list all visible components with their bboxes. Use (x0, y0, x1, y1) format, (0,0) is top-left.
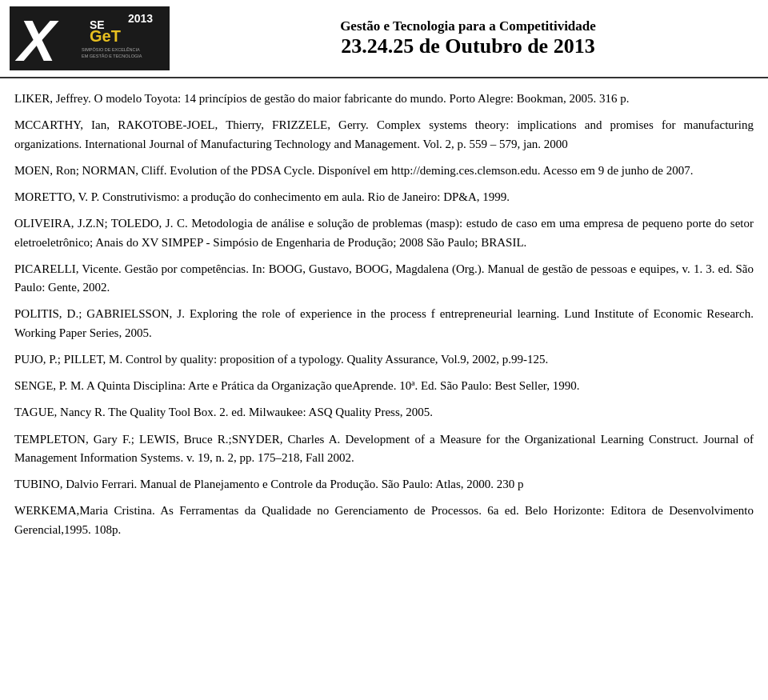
reference-7: POLITIS, D.; GABRIELSSON, J. Exploring t… (14, 305, 754, 342)
ref-text-12: TUBINO, Dalvio Ferrari. Manual de Planej… (14, 475, 754, 494)
references-section: LIKER, Jeffrey. O modelo Toyota: 14 prin… (0, 78, 768, 558)
svg-text:X: X (14, 9, 59, 70)
ref-text-9: SENGE, P. M. A Quinta Disciplina: Arte e… (14, 377, 754, 395)
svg-text:SIMPÓSIO DE EXCELÊNCIA: SIMPÓSIO DE EXCELÊNCIA (82, 46, 140, 52)
reference-8: PUJO, P.; PILLET, M. Control by quality:… (14, 350, 754, 369)
reference-10: TAGUE, Nancy R. The Quality Tool Box. 2.… (14, 403, 754, 422)
ref-text-2: MCCARTHY, Ian, RAKOTOBE-JOEL, Thierry, F… (14, 116, 754, 154)
header-title: Gestão e Tecnologia para a Competitivida… (170, 18, 758, 58)
svg-text:GeT: GeT (90, 27, 121, 45)
page-header: X SE GeT 2013 SIMPÓSIO DE EXCELÊNCIA EM … (0, 0, 768, 78)
ref-text-6: PICARELLI, Vicente. Gestão por competênc… (14, 260, 754, 298)
svg-text:2013: 2013 (128, 12, 153, 25)
ref-text-13: WERKEMA,Maria Cristina. As Ferramentas d… (14, 502, 754, 539)
reference-11: TEMPLETON, Gary F.; LEWIS, Bruce R.;SNYD… (14, 430, 754, 468)
ref-text-10: TAGUE, Nancy R. The Quality Tool Box. 2.… (14, 403, 754, 422)
ref-text-7: POLITIS, D.; GABRIELSSON, J. Exploring t… (14, 305, 754, 342)
ref-text-8: PUJO, P.; PILLET, M. Control by quality:… (14, 350, 754, 369)
reference-5: OLIVEIRA, J.Z.N; TOLEDO, J. C. Metodolog… (14, 214, 754, 252)
reference-1: LIKER, Jeffrey. O modelo Toyota: 14 prin… (14, 90, 754, 108)
svg-text:EM GESTÃO E TECNOLOGIA: EM GESTÃO E TECNOLOGIA (82, 54, 142, 58)
header-main-title: 23.24.25 de Outubro de 2013 (178, 34, 758, 58)
ref-text-4: MORETTO, V. P. Construtivismo: a produçã… (14, 188, 754, 206)
reference-4: MORETTO, V. P. Construtivismo: a produçã… (14, 188, 754, 206)
header-subtitle: Gestão e Tecnologia para a Competitivida… (178, 18, 758, 34)
logo: X SE GeT 2013 SIMPÓSIO DE EXCELÊNCIA EM … (10, 6, 170, 70)
ref-text-11: TEMPLETON, Gary F.; LEWIS, Bruce R.;SNYD… (14, 430, 754, 468)
reference-2: MCCARTHY, Ian, RAKOTOBE-JOEL, Thierry, F… (14, 116, 754, 154)
ref-text-1: LIKER, Jeffrey. O modelo Toyota: 14 prin… (14, 90, 754, 108)
reference-13: WERKEMA,Maria Cristina. As Ferramentas d… (14, 502, 754, 539)
reference-3: MOEN, Ron; NORMAN, Cliff. Evolution of t… (14, 162, 754, 180)
ref-text-5: OLIVEIRA, J.Z.N; TOLEDO, J. C. Metodolog… (14, 214, 754, 252)
ref-text-3: MOEN, Ron; NORMAN, Cliff. Evolution of t… (14, 162, 754, 180)
reference-6: PICARELLI, Vicente. Gestão por competênc… (14, 260, 754, 298)
reference-12: TUBINO, Dalvio Ferrari. Manual de Planej… (14, 475, 754, 494)
reference-9: SENGE, P. M. A Quinta Disciplina: Arte e… (14, 377, 754, 395)
